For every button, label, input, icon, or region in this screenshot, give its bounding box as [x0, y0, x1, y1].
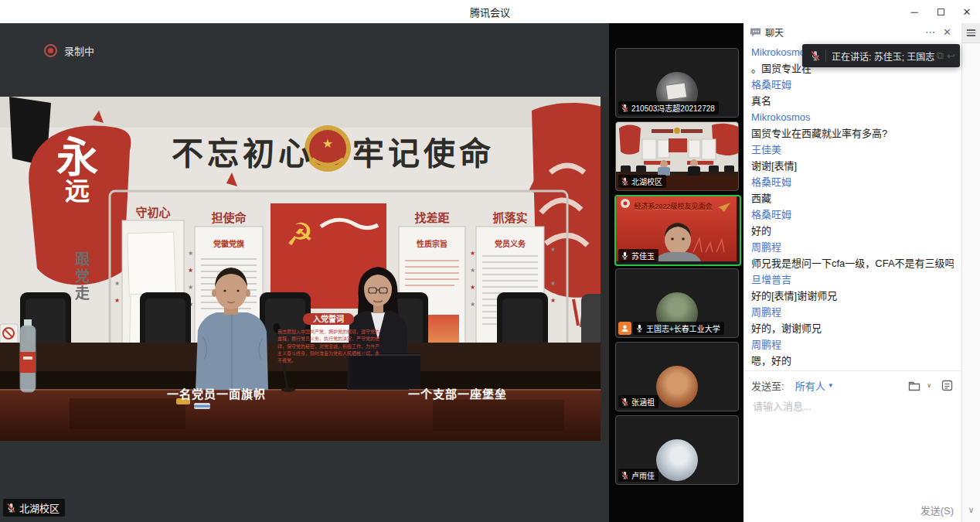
svg-text:★: ★	[322, 137, 333, 150]
chat-sender: 周鹏程	[751, 307, 954, 318]
chat-sender: Mikrokosmos	[751, 112, 954, 123]
participant-name-label: 210503冯志超20212728	[618, 101, 719, 114]
chat-sender: 格桑旺姆	[751, 80, 954, 90]
table-item	[176, 398, 190, 404]
minimize-button[interactable]: ─	[901, 0, 927, 23]
chat-message: 好的	[751, 225, 954, 237]
cabinet	[0, 343, 609, 374]
mic-muted-icon	[6, 503, 16, 513]
svg-text:★: ★	[188, 250, 193, 257]
window-titlebar: 腾讯会议 ─ ✕	[0, 0, 980, 24]
chat-sender: 格桑旺姆	[751, 210, 954, 220]
participant-tile-wangguozhi[interactable]: 王国志+长春工业大学	[615, 268, 739, 338]
chat-bubble-icon	[750, 27, 761, 37]
chat-header: 聊天 ⋯ ✕	[744, 23, 961, 40]
hammer-sickle-icon: ☭	[286, 217, 314, 251]
avatar	[656, 439, 698, 481]
chat-message: 嗯，好的	[751, 355, 954, 367]
chat-panel: 聊天 ⋯ ✕ Mikrokosmos 。国贸专业在 格桑旺姆 真名 Mikrok…	[744, 23, 980, 522]
chat-message: 国贸专业在西藏就业率有多高?	[751, 128, 954, 139]
main-video-feed: ★ ★★ ★★ ★★ ★★ ★★ ★★ ★★ ★★	[0, 97, 609, 441]
svg-text:★: ★	[550, 246, 556, 253]
recording-icon	[44, 44, 57, 57]
mic-muted-icon	[621, 471, 629, 479]
svg-text:★: ★	[188, 267, 193, 274]
chat-sender: 王佳美	[751, 145, 954, 155]
recording-badge: 录制中	[44, 43, 94, 58]
chat-message-input[interactable]	[751, 400, 940, 413]
chat-sender: 格桑旺姆	[751, 177, 954, 188]
restore-panel-icon[interactable]: ↩	[947, 50, 955, 62]
svg-text:★: ★	[114, 263, 120, 270]
meeting-banner-title: 经济系2022级校友见面会	[624, 201, 723, 211]
svg-text:★: ★	[550, 297, 556, 304]
mic-muted-icon	[621, 397, 629, 406]
participant-tile-sujiayu-active[interactable]: 经济系2022级校友见面会 苏佳玉	[614, 195, 741, 266]
panel-menu-button[interactable]	[962, 23, 980, 43]
chevron-down-icon[interactable]: ∨	[927, 382, 931, 389]
chat-message: 好的，谢谢师兄	[751, 322, 954, 334]
switch-view-icon[interactable]: ⧉	[937, 49, 944, 62]
participant-strip[interactable]: 210503冯志超20212728	[609, 23, 744, 522]
chat-close-button[interactable]: ✕	[939, 26, 955, 38]
send-button[interactable]: 发送(S)	[920, 503, 954, 517]
restore-icon	[937, 9, 944, 15]
mic-active-icon	[635, 324, 644, 333]
send-to-label: 发送至:	[751, 378, 784, 393]
participant-tile-fengzhichao[interactable]: 210503冯志超20212728	[615, 48, 739, 118]
chat-title: 聊天	[765, 26, 784, 39]
notice-icon[interactable]	[941, 379, 954, 392]
close-button[interactable]: ✕	[954, 0, 980, 23]
participant-tile-zhanghanzu[interactable]: 张涵祖	[615, 342, 739, 411]
svg-text:★: ★	[188, 284, 193, 291]
svg-text:★: ★	[114, 297, 120, 304]
chat-message: 真名	[751, 95, 954, 107]
svg-text:★: ★	[550, 263, 556, 270]
chat-side-rail: ∨	[961, 23, 980, 522]
svg-text:★: ★	[114, 246, 120, 253]
chat-message: 谢谢[表情]	[751, 160, 954, 172]
caret-down-icon: ▼	[828, 382, 834, 389]
svg-text:★: ★	[470, 301, 475, 308]
window-title: 腾讯会议	[470, 5, 510, 19]
left-flag	[29, 125, 131, 285]
svg-text:★: ★	[470, 267, 475, 274]
chat-history-icon[interactable]	[907, 379, 920, 392]
avatar	[656, 366, 698, 408]
main-video-stage: 录制中	[0, 23, 609, 522]
chat-footer: 发送至: 所有人▼ ∨	[744, 370, 961, 522]
svg-text:★: ★	[470, 250, 475, 257]
restore-button[interactable]	[927, 0, 954, 23]
chat-message: 西藏	[751, 193, 954, 204]
svg-text:★: ★	[550, 280, 556, 287]
main-video-name-label: 北湖校区	[3, 499, 65, 517]
mic-active-icon	[621, 251, 629, 260]
chat-sender: 周鹏程	[751, 339, 954, 350]
national-emblem: ★	[305, 125, 351, 172]
chat-message-list[interactable]: Mikrokosmos 。国贸专业在 格桑旺姆 真名 Mikrokosmos 国…	[744, 40, 961, 370]
send-options-button[interactable]: ∨	[968, 497, 974, 522]
participant-name-label: 卢雨佳	[618, 469, 658, 482]
water-bottle	[20, 319, 36, 392]
svg-text:★: ★	[114, 280, 120, 287]
mic-muted-icon	[621, 104, 629, 112]
conference-room-scene: ★ ★★ ★★ ★★ ★★ ★★ ★★ ★★ ★★	[0, 97, 609, 441]
participant-tile-beihu[interactable]: 北湖校区	[615, 121, 739, 191]
mic-muted-icon	[810, 50, 821, 61]
chat-more-button[interactable]: ⋯	[921, 26, 939, 38]
chat-message: 师兄我是想问一下cfa一级，CFA不是有三级吗	[751, 258, 954, 269]
participant-name-label: 苏佳玉	[618, 249, 658, 262]
participant-name-label: 张涵祖	[618, 395, 658, 408]
host-badge-icon	[618, 322, 631, 335]
participant-name-label: 王国志+长春工业大学	[633, 322, 724, 335]
chat-sender: 旦增普吉	[751, 275, 954, 285]
chat-sender: 周鹏程	[751, 242, 954, 253]
main-video-name: 北湖校区	[19, 500, 60, 515]
speaking-toast-text: 正在讲话: 苏佳玉; 王国志...	[832, 49, 935, 63]
mic-muted-icon	[621, 177, 629, 186]
speaking-toast: 正在讲话: 苏佳玉; 王国志... ⧉ ↩	[802, 44, 960, 67]
window-controls: ─ ✕	[901, 0, 980, 23]
participant-tile-luyujia[interactable]: 卢雨佳	[615, 415, 739, 485]
recording-label: 录制中	[64, 43, 94, 58]
send-to-dropdown[interactable]: 所有人▼	[795, 378, 834, 393]
